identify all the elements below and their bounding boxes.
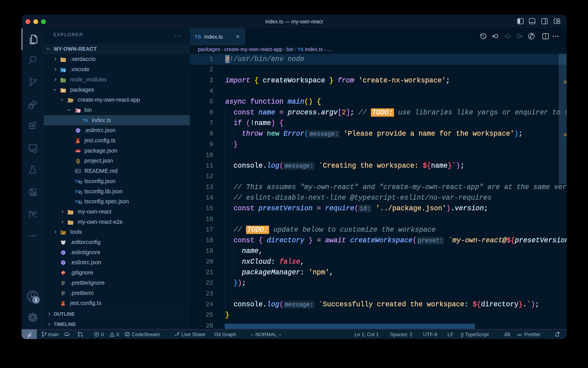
svg-text:JS: JS — [63, 79, 66, 82]
svg-text:TS: TS — [83, 118, 88, 123]
svg-text:npm: npm — [76, 150, 80, 152]
svg-text:{}: {} — [76, 158, 80, 164]
svg-text:10: 10 — [78, 111, 79, 112]
